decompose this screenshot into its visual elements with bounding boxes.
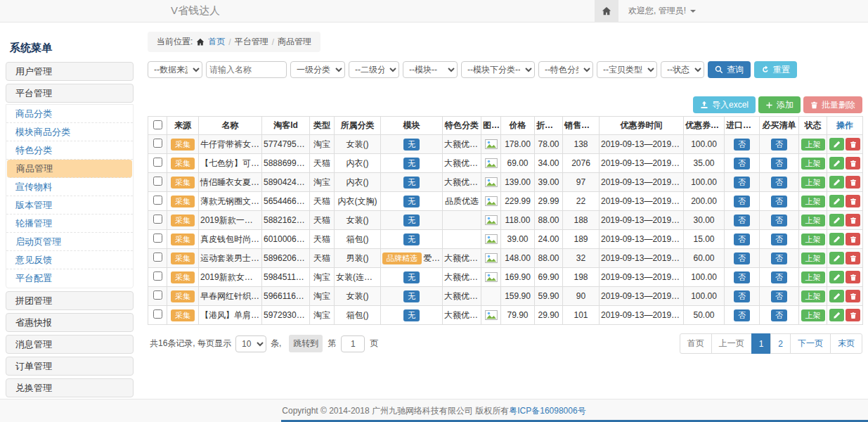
must-buy-toggle[interactable]: 否: [771, 215, 787, 226]
delete-button[interactable]: [846, 195, 860, 207]
import-select-toggle[interactable]: 否: [734, 309, 750, 321]
filter-select-data-source[interactable]: --数据来源--: [148, 61, 202, 78]
sidebar-item-拼团管理[interactable]: 拼团管理: [6, 291, 134, 310]
row-checkbox[interactable]: [153, 234, 162, 243]
must-buy-toggle[interactable]: 否: [771, 252, 787, 264]
edit-button[interactable]: [829, 290, 844, 302]
row-checkbox[interactable]: [153, 271, 162, 281]
sidebar-item-平台管理[interactable]: 平台管理: [6, 84, 134, 103]
status-badge[interactable]: 上架: [801, 234, 825, 245]
page-button-上一页[interactable]: 上一页: [711, 333, 752, 354]
status-badge[interactable]: 上架: [801, 196, 825, 207]
must-buy-toggle[interactable]: 否: [771, 309, 787, 321]
status-badge[interactable]: 上架: [801, 271, 825, 283]
row-checkbox[interactable]: [153, 158, 162, 167]
import-select-toggle[interactable]: 否: [734, 139, 750, 151]
filter-name-input[interactable]: [206, 61, 287, 78]
status-badge[interactable]: 上架: [801, 290, 825, 302]
status-badge[interactable]: 上架: [801, 215, 825, 226]
filter-select-module-sub[interactable]: --模块下分类--: [461, 61, 535, 78]
row-checkbox[interactable]: [153, 290, 162, 300]
reset-button[interactable]: 重置: [754, 61, 797, 78]
filter-select-category-l2[interactable]: --二级分类--: [349, 61, 399, 78]
status-badge[interactable]: 上架: [801, 309, 825, 321]
edit-button[interactable]: [829, 214, 844, 226]
delete-button[interactable]: [846, 176, 860, 188]
jump-page-input[interactable]: [341, 335, 365, 352]
edit-button[interactable]: [829, 157, 844, 170]
import-select-toggle[interactable]: 否: [734, 177, 750, 188]
batch-delete-button[interactable]: 批量删除: [803, 96, 862, 113]
filter-select-status[interactable]: --状态--: [661, 61, 704, 78]
edit-button[interactable]: [829, 252, 844, 264]
edit-button[interactable]: [829, 138, 844, 151]
breadcrumb-home-link[interactable]: 首页: [208, 36, 225, 48]
row-checkbox[interactable]: [153, 196, 162, 205]
page-button-首页[interactable]: 首页: [680, 333, 712, 354]
status-badge[interactable]: 上架: [801, 158, 825, 170]
delete-button[interactable]: [846, 157, 860, 170]
delete-button[interactable]: [846, 252, 860, 264]
page-button-末页[interactable]: 末页: [830, 333, 862, 354]
search-button[interactable]: 查询: [708, 61, 751, 78]
page-button-2[interactable]: 2: [770, 333, 791, 354]
page-button-下一页[interactable]: 下一页: [790, 333, 831, 354]
import-select-toggle[interactable]: 否: [734, 158, 750, 170]
must-buy-toggle[interactable]: 否: [771, 234, 787, 245]
sidebar-subitem-版本管理[interactable]: 版本管理: [6, 196, 133, 215]
filter-select-module[interactable]: --模块--: [403, 61, 458, 78]
row-checkbox[interactable]: [153, 139, 162, 148]
filter-select-category-l1[interactable]: 一级分类: [290, 61, 345, 78]
sidebar-item-消息管理[interactable]: 消息管理: [6, 335, 134, 354]
must-buy-toggle[interactable]: 否: [771, 158, 787, 170]
must-buy-toggle[interactable]: 否: [771, 271, 787, 283]
import-select-toggle[interactable]: 否: [734, 290, 750, 302]
import-excel-button[interactable]: 导入excel: [693, 96, 756, 113]
sidebar-subitem-启动页管理[interactable]: 启动页管理: [6, 233, 133, 251]
row-checkbox[interactable]: [153, 177, 162, 186]
row-checkbox[interactable]: [153, 252, 162, 262]
sidebar-item-订单管理[interactable]: 订单管理: [6, 357, 134, 376]
icp-link[interactable]: 粤ICP备16098006号: [509, 405, 585, 417]
row-checkbox[interactable]: [153, 309, 162, 319]
edit-button[interactable]: [829, 271, 844, 283]
sidebar-subitem-平台配置[interactable]: 平台配置: [6, 269, 133, 288]
status-badge[interactable]: 上架: [801, 139, 825, 151]
status-badge[interactable]: 上架: [801, 252, 825, 264]
delete-button[interactable]: [846, 233, 860, 245]
must-buy-toggle[interactable]: 否: [771, 196, 787, 207]
import-select-toggle[interactable]: 否: [734, 252, 750, 264]
add-button[interactable]: 添加: [758, 96, 801, 113]
row-checkbox[interactable]: [153, 215, 162, 224]
sidebar-subitem-轮播管理[interactable]: 轮播管理: [6, 215, 133, 233]
page-button-1[interactable]: 1: [751, 333, 772, 354]
user-menu[interactable]: 欢迎您, 管理员!: [628, 5, 696, 17]
edit-button[interactable]: [829, 176, 844, 188]
status-badge[interactable]: 上架: [801, 177, 825, 188]
per-page-select[interactable]: 10: [235, 335, 266, 352]
import-select-toggle[interactable]: 否: [734, 196, 750, 207]
must-buy-toggle[interactable]: 否: [771, 139, 787, 151]
sidebar-item-用户管理[interactable]: 用户管理: [6, 62, 134, 81]
delete-button[interactable]: [846, 138, 860, 151]
edit-button[interactable]: [829, 233, 844, 245]
sidebar-subitem-特色分类[interactable]: 特色分类: [6, 141, 133, 160]
filter-select-feature[interactable]: --特色分类--: [538, 61, 593, 78]
import-select-toggle[interactable]: 否: [734, 271, 750, 283]
import-select-toggle[interactable]: 否: [734, 215, 750, 226]
delete-button[interactable]: [846, 309, 860, 321]
delete-button[interactable]: [846, 271, 860, 283]
select-all-checkbox[interactable]: [153, 120, 162, 129]
must-buy-toggle[interactable]: 否: [771, 290, 787, 302]
sidebar-item-省惠快报[interactable]: 省惠快报: [6, 313, 134, 332]
home-button[interactable]: [595, 0, 618, 22]
delete-button[interactable]: [846, 290, 860, 302]
sidebar-item-兑换管理[interactable]: 兑换管理: [6, 378, 134, 397]
delete-button[interactable]: [846, 214, 860, 226]
edit-button[interactable]: [829, 195, 844, 207]
edit-button[interactable]: [829, 309, 844, 321]
sidebar-subitem-意见反馈[interactable]: 意见反馈: [6, 251, 133, 269]
jump-button[interactable]: 跳转到: [289, 335, 323, 352]
import-select-toggle[interactable]: 否: [734, 234, 750, 245]
sidebar-subitem-商品管理[interactable]: 商品管理: [7, 160, 132, 178]
